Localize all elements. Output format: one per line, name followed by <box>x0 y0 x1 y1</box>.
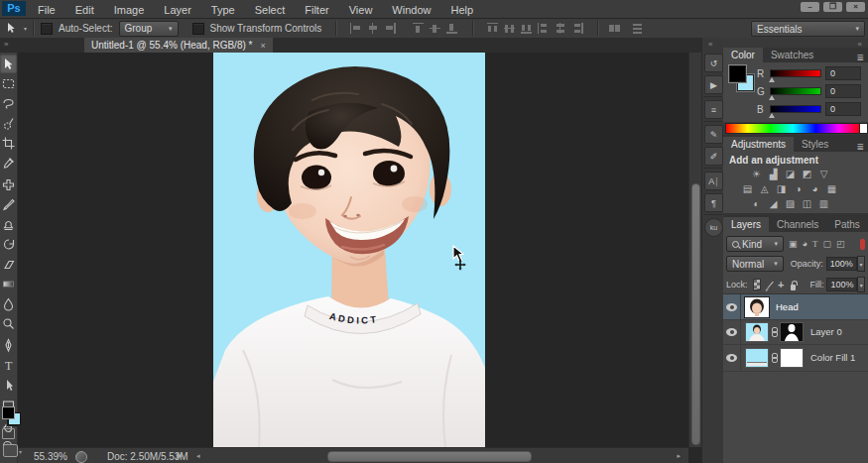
layer-row-head[interactable]: Head <box>723 294 868 320</box>
selective-color-icon[interactable]: ◫ <box>800 197 814 210</box>
tab-layers[interactable]: Layers <box>723 217 769 232</box>
red-slider[interactable] <box>770 69 821 77</box>
layer-thumbnail-head[interactable] <box>745 297 769 317</box>
tool-blur[interactable] <box>0 294 17 313</box>
foreground-color-swatch[interactable] <box>2 406 15 419</box>
tool-type[interactable]: T <box>0 356 17 375</box>
fill-layer-thumbnail[interactable] <box>745 348 769 368</box>
tab-color[interactable]: Color <box>723 48 763 62</box>
tool-brush[interactable] <box>0 195 17 214</box>
tab-adjustments[interactable]: Adjustments <box>723 137 794 152</box>
opacity-value[interactable]: 100% <box>826 257 857 271</box>
restore-button[interactable]: ❐ <box>823 2 842 12</box>
character-panel-icon[interactable]: A| <box>704 172 723 190</box>
status-flyout-icon[interactable]: ▶ <box>177 451 183 460</box>
tab-close-icon[interactable]: × <box>260 41 265 51</box>
scroll-left-icon[interactable]: ◂ <box>196 452 200 460</box>
tool-spot-healing[interactable] <box>0 175 17 194</box>
blue-slider-handle[interactable] <box>769 113 775 118</box>
lock-position-icon[interactable]: + <box>778 280 784 289</box>
fill-layer-mask-thumbnail[interactable] <box>780 348 804 368</box>
close-button[interactable]: × <box>846 2 865 12</box>
vertical-scrollbar-thumb[interactable] <box>691 183 700 445</box>
vertical-scrollbar[interactable] <box>688 53 701 447</box>
distribute-vertical-centers-icon[interactable] <box>504 23 516 34</box>
tab-paths[interactable]: Paths <box>826 217 868 232</box>
fill-arrow-icon[interactable]: ▾ <box>857 277 865 292</box>
tool-move[interactable] <box>0 55 17 73</box>
black-white-icon[interactable]: ◨ <box>774 182 789 195</box>
align-bottom-edges-icon[interactable] <box>446 23 458 34</box>
visibility-cell[interactable] <box>723 319 741 344</box>
color-lookup-icon[interactable]: ▦ <box>824 182 839 195</box>
threshold-icon[interactable]: ▨ <box>783 197 798 210</box>
gradient-map-icon[interactable]: ▥ <box>816 197 831 210</box>
layer-name[interactable]: Head <box>776 301 799 312</box>
levels-icon[interactable]: ▟ <box>766 168 781 180</box>
kuler-panel-icon[interactable]: ku <box>704 218 723 237</box>
actions-panel-icon[interactable]: ▶ <box>704 75 723 94</box>
filter-toggle-switch[interactable] <box>860 239 865 250</box>
menu-filter[interactable]: Filter <box>295 2 338 19</box>
tool-quick-selection[interactable] <box>0 114 17 133</box>
layer-name[interactable]: Layer 0 <box>810 326 842 337</box>
align-right-edges-icon[interactable] <box>384 23 396 34</box>
quick-mask-icon[interactable] <box>2 428 15 439</box>
tool-gradient[interactable] <box>0 275 17 293</box>
menu-layer[interactable]: Layer <box>154 2 201 19</box>
opacity-arrow-icon[interactable]: ▾ <box>857 256 865 272</box>
filter-pixel-layers-icon[interactable]: ▣ <box>789 239 798 249</box>
layer-row-layer0[interactable]: Layer 0 <box>723 319 868 345</box>
tab-styles[interactable]: Styles <box>794 137 836 152</box>
zoom-level[interactable]: 55.39% <box>34 451 67 462</box>
tool-eraser[interactable] <box>0 255 17 274</box>
eye-icon[interactable] <box>726 354 737 362</box>
paragraph-panel-icon[interactable]: ¶ <box>704 193 723 212</box>
green-value[interactable]: 0 <box>825 84 861 98</box>
filter-smart-objects-icon[interactable]: ◰ <box>836 239 845 249</box>
toolbar-collapse-icon[interactable]: » <box>4 40 8 49</box>
scroll-right-icon[interactable]: ▸ <box>677 452 681 460</box>
tool-path-selection[interactable] <box>0 376 17 395</box>
horizontal-scrollbar[interactable]: ◂ ▸ <box>194 449 682 462</box>
document-tab[interactable]: Untitled-1 @ 55.4% (Head, RGB/8) * × <box>84 38 273 53</box>
tab-channels[interactable]: Channels <box>769 217 826 232</box>
screen-mode-icon[interactable] <box>3 444 18 457</box>
group-dropdown[interactable]: Group <box>119 21 179 37</box>
tool-history-brush[interactable] <box>0 235 17 254</box>
layer-row-colorfill[interactable]: Color Fill 1 <box>723 344 868 372</box>
layer-thumbnail-layer0[interactable] <box>745 322 769 342</box>
posterize-icon[interactable]: ◢ <box>766 197 781 210</box>
lock-all-icon[interactable] <box>791 285 796 290</box>
menu-type[interactable]: Type <box>201 2 245 19</box>
exposure-icon[interactable]: ◩ <box>800 168 814 180</box>
vibrance-icon[interactable]: ▽ <box>816 168 831 180</box>
workspace-dropdown[interactable]: Essentials <box>751 21 865 37</box>
lock-transparency-icon[interactable] <box>753 279 761 290</box>
menu-window[interactable]: Window <box>382 2 440 19</box>
visibility-cell[interactable] <box>723 344 741 371</box>
distribute-horizontal-centers-icon[interactable] <box>555 23 566 34</box>
move-tool-option-icon[interactable] <box>5 22 18 35</box>
layer-mask-link-icon[interactable] <box>772 327 777 337</box>
tab-swatches[interactable]: Swatches <box>763 48 821 62</box>
auto-align-icon[interactable] <box>609 23 621 34</box>
color-spectrum-ramp[interactable] <box>725 123 861 134</box>
align-left-edges-icon[interactable] <box>350 23 362 34</box>
eye-icon[interactable] <box>726 328 737 336</box>
channel-mixer-icon[interactable]: ◕ <box>807 182 822 195</box>
filter-adjustment-layers-icon[interactable]: ◕ <box>803 239 807 249</box>
tool-pen[interactable] <box>0 336 17 355</box>
tool-dodge[interactable] <box>0 314 17 333</box>
screen-mode-arrow-icon[interactable]: ▾ <box>19 448 22 455</box>
eye-icon[interactable] <box>726 303 737 311</box>
tool-crop[interactable] <box>0 134 17 153</box>
green-slider[interactable] <box>770 87 821 95</box>
tool-lasso[interactable] <box>0 94 17 113</box>
history-panel-icon[interactable]: ↺ <box>704 54 723 72</box>
layer-name[interactable]: Color Fill 1 <box>810 352 855 363</box>
brightness-contrast-icon[interactable]: ☀ <box>749 168 764 180</box>
distribute-left-edges-icon[interactable] <box>538 23 550 34</box>
dock-collapse-icon[interactable]: « <box>708 40 712 49</box>
menu-select[interactable]: Select <box>245 2 296 19</box>
